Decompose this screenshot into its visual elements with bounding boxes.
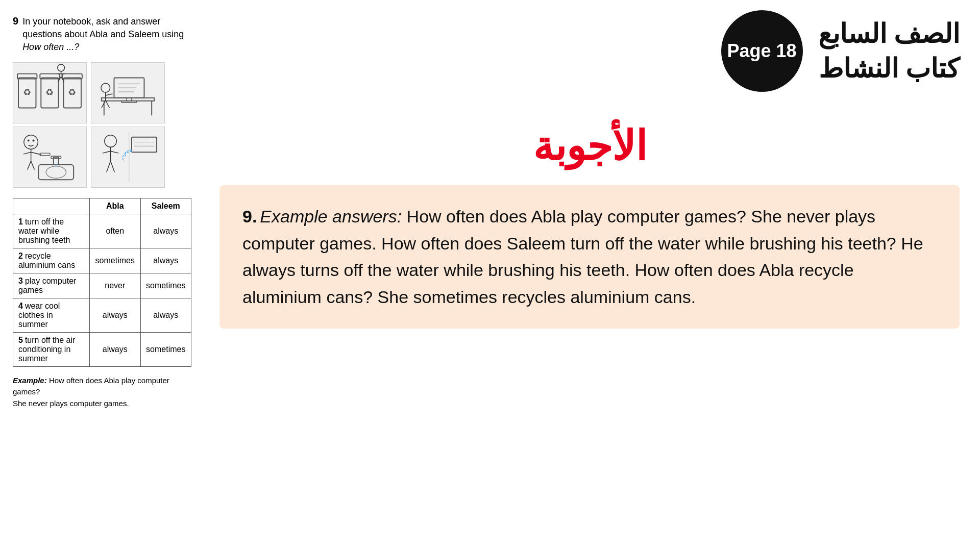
table-cell-saleem: always — [140, 248, 191, 273]
svg-text:♻: ♻ — [68, 87, 76, 97]
table-cell-saleem: always — [140, 214, 191, 248]
table-header-saleem: Saleem — [140, 198, 191, 214]
table-cell-saleem: sometimes — [140, 332, 191, 366]
image-computer — [91, 62, 165, 123]
question-header: 9 In your notebook, ask and answer quest… — [13, 15, 186, 54]
table-row: 2recycle aluminium canssometimesalways — [13, 248, 191, 273]
answer-italic: Example answers: — [260, 207, 402, 226]
table-row: 4wear cool clothes in summeralwaysalways — [13, 298, 191, 332]
table-cell-abla: often — [90, 214, 141, 248]
images-grid: ♻ ♻ ♻ — [13, 62, 166, 188]
table-header-activity — [13, 198, 90, 214]
table-cell-activity: 2recycle aluminium cans — [13, 248, 90, 273]
image-recycling: ♻ ♻ ♻ — [13, 62, 87, 123]
table-header-abla: Abla — [90, 198, 141, 214]
answer-box: 9.Example answers: How often does Abla p… — [219, 185, 960, 329]
page-circle: Page 18 — [721, 10, 803, 92]
table-cell-abla: always — [90, 332, 141, 366]
table-cell-abla: always — [90, 298, 141, 332]
ajwiba-heading: الأجوبة — [219, 122, 960, 170]
table-cell-saleem: always — [140, 298, 191, 332]
svg-text:♻: ♻ — [45, 87, 54, 97]
right-panel: Page 18 الصف السابع كتاب النشاط الأجوبة … — [199, 0, 980, 551]
svg-rect-41 — [91, 127, 164, 187]
answer-question-number: 9. — [242, 207, 257, 226]
table-cell-activity: 5turn off the air conditioning in summer — [13, 332, 90, 366]
table-cell-activity: 3play computer games — [13, 273, 90, 298]
table-cell-abla: sometimes — [90, 248, 141, 273]
example-text: Example: How often does Abla play comput… — [13, 375, 186, 410]
table-row: 1turn off the water while brushing teeth… — [13, 214, 191, 248]
header-area: Page 18 الصف السابع كتاب النشاط — [219, 10, 960, 92]
svg-point-39 — [28, 139, 30, 141]
table-cell-activity: 4wear cool clothes in summer — [13, 298, 90, 332]
svg-point-40 — [33, 139, 35, 141]
svg-rect-27 — [13, 127, 86, 187]
example-label: Example: — [13, 376, 47, 385]
left-panel: 9 In your notebook, ask and answer quest… — [0, 0, 199, 551]
question-text: In your notebook, ask and answer questio… — [22, 15, 186, 54]
arabic-line1: الصف السابع — [818, 18, 960, 49]
svg-text:♻: ♻ — [23, 87, 31, 97]
arabic-line2: كتاب النشاط — [818, 53, 960, 84]
table-row: 3play computer gamesneversometimes — [13, 273, 191, 298]
arabic-title: الصف السابع كتاب النشاط — [818, 18, 960, 84]
table-row: 5turn off the air conditioning in summer… — [13, 332, 191, 366]
svg-rect-15 — [91, 63, 164, 123]
table-cell-saleem: sometimes — [140, 273, 191, 298]
content-area: الأجوبة 9.Example answers: How often doe… — [219, 122, 960, 329]
table-cell-activity: 1turn off the water while brushing teeth — [13, 214, 90, 248]
activity-table: Abla Saleem 1turn off the water while br… — [13, 198, 191, 367]
image-brushing-teeth — [13, 127, 87, 188]
image-ac — [91, 127, 165, 188]
question-number: 9 — [13, 15, 18, 54]
table-cell-abla: never — [90, 273, 141, 298]
